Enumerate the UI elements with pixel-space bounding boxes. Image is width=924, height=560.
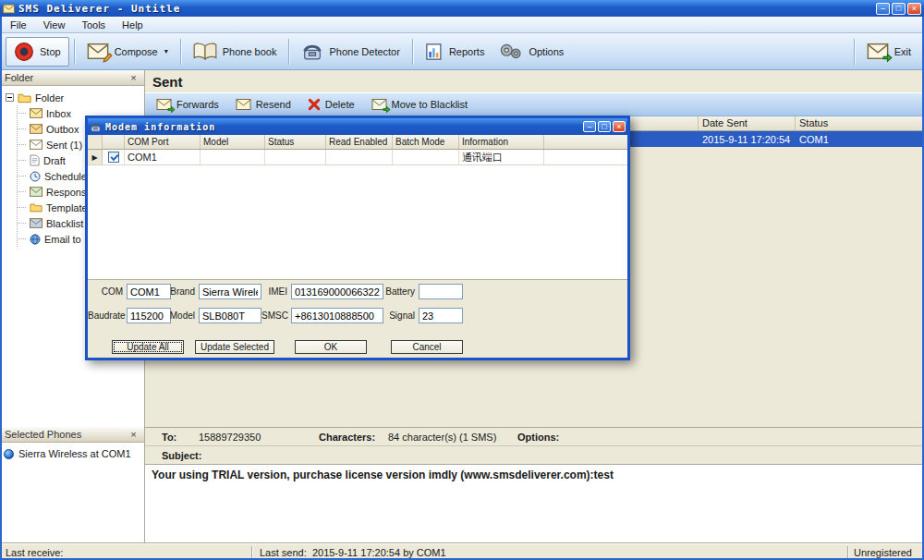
tree-root-folder[interactable]: Folder [6,90,144,105]
baudrate-label: Baudrate [88,310,127,321]
maximize-button[interactable]: □ [892,3,906,15]
com-label: COM [88,286,127,297]
dialog-maximize-button[interactable]: □ [598,121,611,132]
dialog-minimize-button[interactable]: – [583,121,596,132]
toolbar-separator [288,39,289,65]
battery-field[interactable] [419,284,463,299]
column-com-port[interactable]: COM Port [125,135,201,149]
modem-row-checkbox[interactable] [108,152,119,163]
inbox-icon [30,108,43,118]
minimize-button[interactable]: – [876,3,890,15]
column-model[interactable]: Model [201,135,265,149]
last-send-status: Last send: 2015-9-11 17:20:54 by COM1 [252,547,847,558]
column-information[interactable]: Information [459,135,544,149]
cancel-button[interactable]: Cancel [391,340,463,354]
reports-button[interactable]: Reports [418,37,492,67]
email-to-icon [30,234,41,245]
compose-dropdown-icon[interactable]: ▾ [164,47,168,55]
message-body[interactable]: Your using TRIAL version, purchase licen… [145,464,924,544]
phone-detector-icon [301,43,323,60]
update-all-button[interactable]: Update All [112,340,184,354]
column-read-enabled[interactable]: Read Enabled [326,135,393,149]
move-to-blacklist-button[interactable]: Move to Blacklist [371,99,468,110]
exit-button[interactable]: Exit [859,37,918,67]
tree-root-label: Folder [35,92,64,103]
signal-field[interactable] [419,308,463,323]
phone-list-item[interactable]: Sierra Wireless at COM1 [4,448,140,459]
smsc-label: SMSC [261,310,291,321]
smsc-field[interactable] [291,308,383,323]
dialog-title: Modem information [105,122,583,132]
row-selector-icon: ▶ [91,153,97,162]
battery-label: Battery [382,286,419,297]
registration-status: Unregistered [848,547,924,558]
blacklist-icon [30,218,43,228]
update-selected-button[interactable]: Update Selected [195,340,274,354]
cell-batch-mode [393,150,459,164]
exit-label: Exit [894,46,911,57]
stop-icon [14,42,34,62]
cell-status [265,150,326,164]
expander-icon[interactable] [6,93,14,102]
imei-field[interactable] [291,284,383,299]
selected-phones-close-icon[interactable]: × [128,429,140,440]
modem-information-dialog: Modem information – □ × COM Port Model S… [85,116,630,360]
phone-detector-button[interactable]: Phone Detector [294,37,407,67]
compose-icon [87,43,109,59]
menu-view[interactable]: View [35,18,74,32]
forwards-button[interactable]: Forwards [156,99,219,110]
menu-tools[interactable]: Tools [73,18,114,32]
app-icon [3,3,15,15]
options-button[interactable]: Options [492,37,571,67]
compose-button[interactable]: Compose ▾ [79,37,176,67]
delete-button[interactable]: Delete [308,98,355,111]
move-to-blacklist-icon [371,99,387,110]
resend-button[interactable]: Resend [236,99,291,110]
options-label: Options [529,46,564,57]
cell-information: 通讯端口 [459,150,544,164]
folder-icon [18,92,31,103]
characters-label: Characters: [319,432,375,443]
ok-button[interactable]: OK [295,340,367,354]
column-batch-mode[interactable]: Batch Mode [393,135,459,149]
last-receive-status: Last receive: [0,547,251,558]
page-title: Sent [145,70,924,92]
modem-grid-row[interactable]: ▶ COM1 通讯端口 [88,150,627,165]
toolbar-separator [74,39,75,65]
com-field[interactable] [127,284,171,299]
subject-label: Subject: [162,450,201,461]
message-panel: To: 15889729350 Characters: 84 character… [145,427,924,543]
dialog-close-button[interactable]: × [613,121,626,132]
folder-panel-close-icon[interactable]: × [128,72,140,83]
title-bar: SMS Deliverer - Untitle – □ × [0,0,924,17]
menu-file[interactable]: File [2,18,35,32]
brand-field[interactable] [199,284,261,299]
outbox-icon [30,124,43,134]
menu-help[interactable]: Help [114,18,152,32]
close-button[interactable]: × [907,3,921,15]
dialog-title-bar: Modem information – □ × [88,118,627,135]
app-window: SMS Deliverer - Untitle – □ × File View … [0,0,924,560]
column-status[interactable]: Status [796,116,924,130]
baudrate-field[interactable] [127,308,171,323]
model-label: Model [165,310,199,321]
exit-icon [867,43,889,59]
sent-action-toolbar: Forwards Resend Delete Move to Blacklist [145,92,924,116]
column-status[interactable]: Status [265,135,326,149]
phone-icon [4,449,14,459]
delete-icon [308,98,321,111]
cell-status: COM1 [796,134,924,145]
signal-label: Signal [382,310,419,321]
resend-icon [236,99,251,110]
model-field[interactable] [199,308,261,323]
phone-book-button[interactable]: Phone book [186,37,285,67]
forwards-icon [156,99,172,110]
to-label: To: [162,432,176,443]
template-icon [30,202,43,213]
column-date-sent[interactable]: Date Sent [699,116,796,130]
cell-com-port: COM1 [125,150,201,164]
dialog-buttons: Update All Update Selected OK Cancel [88,340,627,356]
folder-panel-title: Folder [5,72,33,83]
selected-phones-header: Selected Phones × [0,427,144,443]
stop-button[interactable]: Stop [6,37,69,67]
